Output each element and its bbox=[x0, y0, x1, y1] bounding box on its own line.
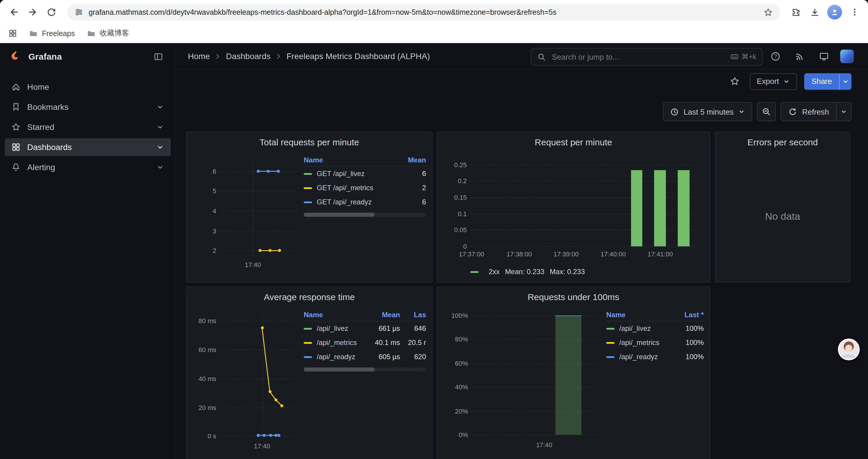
browser-reload-icon[interactable] bbox=[42, 3, 60, 21]
data-point bbox=[267, 170, 270, 173]
chevron-down-icon[interactable] bbox=[156, 143, 164, 151]
panel-title: Total requests per minute bbox=[260, 137, 359, 147]
address-bar[interactable]: grafana.mathmast.com/d/deytv4rwavabkb/fr… bbox=[67, 4, 780, 21]
breadcrumb: Home Dashboards Freeleaps Metrics Dashbo… bbox=[188, 52, 430, 61]
bar bbox=[555, 315, 582, 435]
search-shortcut: ⌘+k bbox=[730, 53, 756, 61]
browser-forward-icon[interactable] bbox=[24, 3, 41, 21]
user-avatar[interactable] bbox=[840, 50, 854, 63]
site-settings-icon[interactable] bbox=[74, 8, 83, 17]
search-icon bbox=[537, 52, 546, 61]
legend-row[interactable]: GET /api/_readyz 6 bbox=[304, 195, 426, 209]
downloads-icon[interactable] bbox=[806, 3, 824, 21]
panel-title-bar[interactable]: Requests under 100ms bbox=[437, 287, 710, 306]
legend-header-mean[interactable]: Mean bbox=[367, 310, 400, 319]
series-color-dash bbox=[304, 342, 312, 343]
timeseries-chart[interactable]: 6543217:40 bbox=[193, 151, 300, 277]
sidebar-item-starred[interactable]: Starred bbox=[5, 118, 171, 136]
bookmark-folder-freeleaps[interactable]: Freeleaps bbox=[29, 29, 75, 38]
y-axis-label: 80 ms bbox=[193, 317, 216, 324]
sidebar-collapse-icon[interactable] bbox=[151, 49, 166, 64]
share-split-button: Share bbox=[804, 73, 851, 90]
search-input[interactable] bbox=[551, 52, 725, 62]
timeseries-chart[interactable]: 80 ms60 ms40 ms20 ms0 s17:40 bbox=[193, 306, 300, 458]
refresh-interval-dropdown[interactable] bbox=[836, 103, 851, 121]
apps-grid-icon[interactable] bbox=[8, 29, 17, 38]
help-icon[interactable]: ? bbox=[768, 49, 783, 64]
legend-row[interactable]: /api/_livez 661 µs 646 bbox=[304, 321, 426, 335]
legend-row[interactable]: /api/_livez 100% bbox=[606, 321, 704, 335]
data-point bbox=[257, 434, 260, 437]
news-rss-icon[interactable] bbox=[792, 49, 807, 64]
legend-scrollbar[interactable] bbox=[304, 213, 426, 217]
share-button[interactable]: Share bbox=[804, 73, 839, 90]
y-axis-label: 60% bbox=[444, 359, 468, 366]
legend-row[interactable]: GET /api/_livez 6 bbox=[304, 167, 426, 181]
legend-header-name[interactable]: Name bbox=[304, 156, 397, 164]
bookmark-folder-blogs[interactable]: 收藏博客 bbox=[87, 28, 129, 38]
y-axis-label: 0.25 bbox=[443, 161, 467, 168]
favorite-star-icon[interactable] bbox=[727, 73, 742, 89]
legend[interactable]: 2xx Mean: 0.233 Max: 0.233 bbox=[470, 268, 585, 276]
legend-row[interactable]: /api/_readyz 605 µs 620 bbox=[304, 350, 426, 364]
bar-chart[interactable]: 0.250.20.150.10.05017:37:0017:38:0017:39… bbox=[443, 151, 704, 277]
data-point bbox=[275, 434, 277, 437]
sidebar-item-dashboards[interactable]: Dashboards bbox=[5, 138, 171, 156]
panel-title-bar[interactable]: Errors per second bbox=[716, 132, 850, 151]
browser-profile-avatar[interactable] bbox=[827, 5, 842, 20]
bar-chart[interactable]: 100%80%60%40%20%0%17:40 bbox=[443, 306, 603, 458]
bookmark-star-icon[interactable] bbox=[764, 7, 773, 17]
export-button[interactable]: Export bbox=[749, 73, 797, 90]
panel-title-bar[interactable]: Request per minute bbox=[437, 132, 710, 151]
bookmarks-bar: Freeleaps 收藏博客 bbox=[0, 24, 868, 43]
sidebar-item-bookmarks[interactable]: Bookmarks bbox=[5, 98, 171, 116]
x-axis-label: 17:38:00 bbox=[507, 251, 532, 258]
browser-back-icon[interactable] bbox=[5, 3, 23, 21]
panel-title-bar[interactable]: Total requests per minute bbox=[187, 132, 432, 151]
legend-row[interactable]: /api/_metrics 100% bbox=[606, 335, 704, 350]
scrollbar-thumb[interactable] bbox=[304, 367, 375, 371]
legend-header-last[interactable]: Last * bbox=[673, 310, 704, 319]
zoom-out-button[interactable] bbox=[757, 102, 776, 121]
breadcrumb-current: Freeleaps Metrics Dashboard (ALPHA) bbox=[286, 52, 430, 61]
time-range-picker[interactable]: Last 5 minutes bbox=[663, 102, 752, 121]
legend-row[interactable]: /api/_metrics 40.1 ms 20.5 r bbox=[304, 335, 426, 350]
sidebar-item-label: Starred bbox=[27, 122, 54, 132]
panel-total-requests: Total requests per minute 6543217:40 Nam… bbox=[186, 132, 433, 282]
legend-header-name[interactable]: Name bbox=[606, 310, 673, 319]
share-dropdown-icon[interactable] bbox=[839, 73, 851, 90]
url-text[interactable]: grafana.mathmast.com/d/deytv4rwavabkb/fr… bbox=[89, 8, 758, 16]
extensions-icon[interactable] bbox=[787, 3, 805, 21]
chevron-down-icon[interactable] bbox=[156, 163, 164, 171]
y-axis-label: 0.1 bbox=[443, 210, 467, 217]
leg-header-name[interactable]: Name bbox=[304, 310, 367, 319]
legend-scrollbar[interactable] bbox=[304, 367, 426, 371]
assistant-avatar[interactable] bbox=[838, 338, 860, 360]
header-icons: ? bbox=[768, 43, 854, 70]
chevron-down-icon[interactable] bbox=[156, 123, 164, 131]
bookmark-label: Freeleaps bbox=[42, 29, 75, 37]
panel-title-bar[interactable]: Average response time bbox=[187, 287, 432, 306]
home-icon bbox=[11, 82, 21, 92]
search-box[interactable]: ⌘+k bbox=[531, 48, 763, 66]
refresh-icon bbox=[788, 107, 797, 116]
x-axis-label: 17:40 bbox=[254, 442, 270, 450]
browser-menu-icon[interactable] bbox=[845, 3, 863, 21]
breadcrumb-home[interactable]: Home bbox=[188, 52, 210, 61]
scrollbar-thumb[interactable] bbox=[304, 213, 375, 217]
sidebar-item-alerting[interactable]: Alerting bbox=[5, 158, 171, 176]
breadcrumb-dashboards[interactable]: Dashboards bbox=[226, 52, 271, 61]
legend-header-row: Name Mean Las bbox=[304, 308, 426, 321]
y-axis-label: 0 bbox=[443, 243, 467, 250]
legend-header-last[interactable]: Las bbox=[400, 310, 426, 319]
refresh-button[interactable]: Refresh bbox=[781, 103, 836, 121]
legend-row[interactable]: GET /api/_metrics 2 bbox=[304, 181, 426, 195]
chevron-down-icon[interactable] bbox=[156, 103, 164, 111]
y-axis-label: 6 bbox=[193, 168, 216, 175]
sidebar-item-home[interactable]: Home bbox=[5, 78, 171, 96]
legend-row[interactable]: /api/_readyz 100% bbox=[606, 350, 704, 364]
legend-header-mean[interactable]: Mean bbox=[397, 156, 426, 164]
brand-name: Grafana bbox=[28, 52, 62, 61]
monitor-icon[interactable] bbox=[816, 49, 831, 64]
grafana-logo[interactable] bbox=[9, 50, 23, 63]
